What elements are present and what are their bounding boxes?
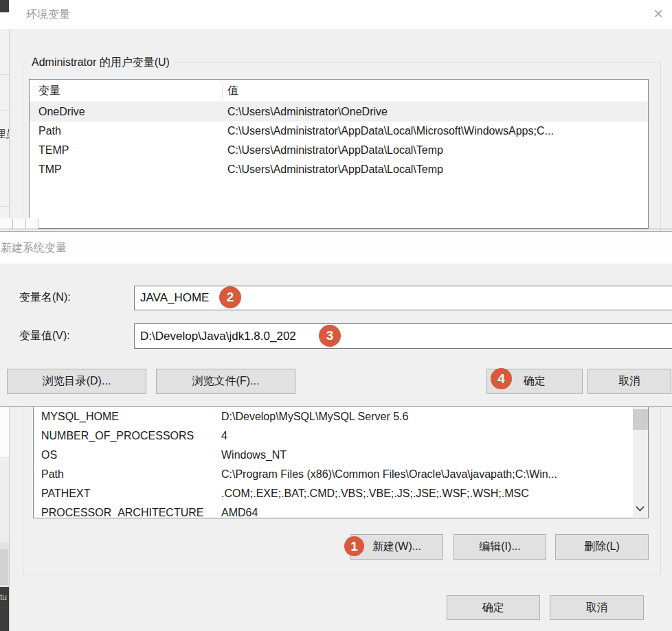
step-badge-3: 3 [319,325,341,347]
dialog-titlebar [9,0,672,29]
delete-variable-button[interactable]: 删除(L) [555,534,649,560]
table-row[interactable]: PROCESSOR_ARCHITECTUREAMD64 [34,503,648,518]
variable-name-label: 变量名(N): [19,290,71,305]
close-icon: × [653,4,663,23]
scroll-down-button[interactable] [633,501,648,517]
edit-variable-button[interactable]: 编辑(I)... [453,534,546,560]
divider [0,110,9,111]
step-badge-4: 4 [491,368,512,389]
table-row[interactable]: PATHEXT.COM;.EXE;.BAT;.CMD;.VBS;.VBE;.JS… [34,484,648,503]
background-dark-corner [0,0,10,12]
background-cells-strip [0,218,38,229]
variable-value-label: 变量值(V): [19,329,70,343]
screenshot-root: 理员 、 tu 环境变量 × Administrator 的用户变量(U) 变量… [0,0,672,631]
divider [25,218,26,229]
scrollbar-thumb[interactable] [633,409,648,430]
divider [12,218,13,229]
var-name: Path [30,122,222,141]
background-text-fragment: 理员 [0,128,9,140]
var-value: C:\Users\Administrator\AppData\Local\Tem… [222,160,648,179]
background-segment [0,457,9,542]
background-desktop-corner: tu [0,587,9,631]
background-segment [0,549,8,585]
table-body: OneDriveC:\Users\Administrator\OneDriveP… [30,102,648,179]
new-system-variable-dialog: 新建系统变量 变量名(N): 变量值(V): 浏览目录(D)... 浏览文件(F… [0,231,672,407]
dialog-title: 环境变量 [26,8,70,22]
table-row[interactable]: PathC:\Program Files (x86)\Common Files\… [34,465,648,484]
close-button[interactable]: × [647,3,669,25]
var-name: NUMBER_OF_PROCESSORS [34,426,216,446]
var-name: TMP [30,160,222,179]
var-value: C:\Users\Administrator\AppData\Local\Mic… [222,122,648,141]
chevron-down-icon [636,503,645,512]
variable-name-input[interactable] [134,286,672,310]
var-name: PATHEXT [34,484,216,503]
background-text-fragment: 、 [0,169,9,181]
var-name: Path [34,465,216,484]
background-text-fragment: tu [0,593,7,602]
var-name: PROCESSOR_ARCHITECTURE [34,503,216,518]
table-header: 变量 值 [30,80,648,102]
step-badge-1: 1 [344,536,364,556]
var-value: C:\Program Files (x86)\Common Files\Orac… [216,465,648,484]
column-header-value[interactable]: 值 [222,80,648,102]
var-value: 4 [216,426,648,446]
ok-button[interactable]: 确定 [447,595,540,620]
column-header-variable[interactable]: 变量 [30,80,222,102]
var-value: .COM;.EXE;.BAT;.CMD;.VBS;.VBE;.JS;.JSE;.… [216,484,648,503]
divider [0,74,9,75]
browse-directory-button[interactable]: 浏览目录(D)... [7,369,146,394]
table-row[interactable]: PathC:\Users\Administrator\AppData\Local… [30,122,648,141]
var-name: MYSQL_HOME [34,407,216,426]
new-variable-button[interactable]: 新建(W)... [350,534,443,560]
scrollbar[interactable] [633,407,648,517]
var-value: C:\Users\Administrator\AppData\Local\Tem… [222,141,648,160]
divider [38,218,38,229]
step-badge-2: 2 [219,286,241,308]
dialog-titlebar [0,232,672,264]
table-row[interactable]: NUMBER_OF_PROCESSORS4 [34,426,648,446]
var-name: TEMP [30,141,222,160]
var-value: D:\Develop\MySQL\MySQL Server 5.6 [216,407,648,426]
var-value: Windows_NT [216,446,648,465]
column-divider[interactable] [222,82,223,100]
table-row[interactable]: OneDriveC:\Users\Administrator\OneDrive [30,102,648,122]
background-segment [0,407,9,457]
table-row[interactable]: MYSQL_HOMED:\Develop\MySQL\MySQL Server … [34,407,648,426]
dialog-title: 新建系统变量 [1,241,67,255]
table-body: MYSQL_HOMED:\Develop\MySQL\MySQL Server … [34,407,648,518]
user-variables-table: 变量 值 OneDriveC:\Users\Administrator\OneD… [29,79,649,229]
table-row[interactable]: TEMPC:\Users\Administrator\AppData\Local… [30,141,648,160]
variable-value-input[interactable] [134,323,672,349]
background-segment [0,12,9,29]
var-value: AMD64 [216,503,648,518]
divider [0,206,9,207]
table-row[interactable]: OSWindows_NT [34,446,648,465]
new-variable-cancel-button[interactable]: 取消 [587,369,671,394]
system-variables-table: MYSQL_HOMED:\Develop\MySQL\MySQL Server … [33,407,649,518]
cancel-button[interactable]: 取消 [550,595,644,620]
table-row[interactable]: TMPC:\Users\Administrator\AppData\Local\… [30,160,648,179]
divider [0,229,672,229]
var-value: C:\Users\Administrator\OneDrive [222,102,648,122]
user-variables-group-label: Administrator 的用户变量(U) [27,55,174,69]
var-name: OneDrive [30,102,222,122]
browse-file-button[interactable]: 浏览文件(F)... [156,369,295,394]
var-name: OS [34,446,216,465]
